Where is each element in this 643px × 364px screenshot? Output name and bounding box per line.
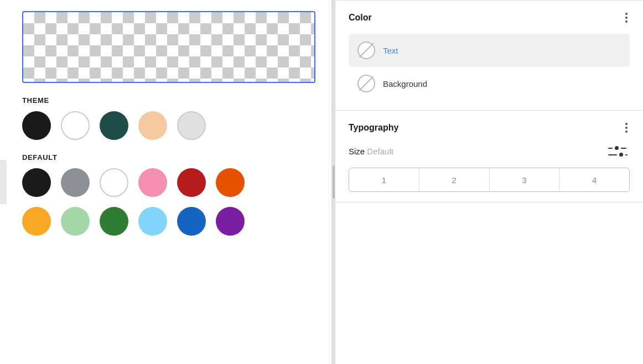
default-color-yellow[interactable] — [22, 207, 51, 236]
theme-color-dark-teal[interactable] — [100, 111, 128, 140]
color-section-title: Color — [349, 13, 372, 23]
color-item-text[interactable]: Text — [349, 34, 630, 67]
default-color-gray[interactable] — [61, 168, 90, 197]
default-section: DEFAULT — [22, 153, 315, 236]
default-color-mint[interactable] — [61, 207, 90, 236]
slider-line-1 — [608, 146, 628, 150]
theme-color-row — [22, 111, 315, 140]
size-row: Size Default — [349, 144, 630, 159]
default-color-blue[interactable] — [177, 207, 206, 236]
default-color-light-blue[interactable] — [138, 207, 167, 236]
theme-section: THEME — [22, 96, 315, 140]
color-item-background-label: Background — [383, 79, 427, 89]
default-color-row-2 — [22, 207, 315, 236]
left-panel: THEME DEFAULT — [0, 0, 332, 364]
theme-color-white[interactable] — [61, 111, 90, 140]
typography-section-header: Typography — [349, 121, 630, 135]
theme-color-peach[interactable] — [138, 111, 167, 140]
color-preview[interactable] — [22, 11, 315, 83]
theme-color-light-gray[interactable] — [177, 111, 206, 140]
color-section: Color Text Background — [335, 1, 643, 111]
default-color-red[interactable] — [177, 168, 206, 197]
default-label: DEFAULT — [22, 153, 315, 162]
default-color-orange[interactable] — [216, 168, 245, 197]
default-color-white[interactable] — [100, 168, 128, 197]
right-panel: Color Text Background Typography — [335, 0, 643, 364]
default-color-row-1 — [22, 168, 315, 197]
size-label: Size Default — [349, 147, 393, 156]
theme-color-black[interactable] — [22, 111, 51, 140]
typography-section-title: Typography — [349, 123, 398, 133]
typography-number-2[interactable]: 2 — [419, 168, 489, 191]
slider-line-2 — [608, 153, 628, 157]
typography-number-3[interactable]: 3 — [489, 168, 559, 191]
typography-section: Typography Size Default — [335, 111, 643, 202]
size-adjust-button[interactable] — [606, 144, 630, 159]
theme-label: THEME — [22, 96, 315, 105]
no-color-icon-text — [357, 41, 375, 59]
typography-number-row: 1 2 3 4 — [349, 168, 630, 192]
color-more-button[interactable] — [623, 11, 630, 25]
default-color-pink[interactable] — [138, 168, 167, 197]
color-section-header: Color — [349, 11, 630, 25]
default-color-purple[interactable] — [216, 207, 245, 236]
color-item-background[interactable]: Background — [349, 67, 630, 100]
default-color-black[interactable] — [22, 168, 51, 197]
default-color-green[interactable] — [100, 207, 128, 236]
typography-number-1[interactable]: 1 — [349, 168, 419, 191]
size-default-label: Default — [367, 147, 393, 156]
color-item-text-label: Text — [383, 46, 398, 55]
no-color-icon-background — [357, 75, 375, 92]
scrollbar-thumb[interactable] — [333, 165, 335, 199]
scroll-indicator — [0, 160, 7, 204]
typography-number-4[interactable]: 4 — [559, 168, 629, 191]
typography-more-button[interactable] — [623, 121, 630, 135]
